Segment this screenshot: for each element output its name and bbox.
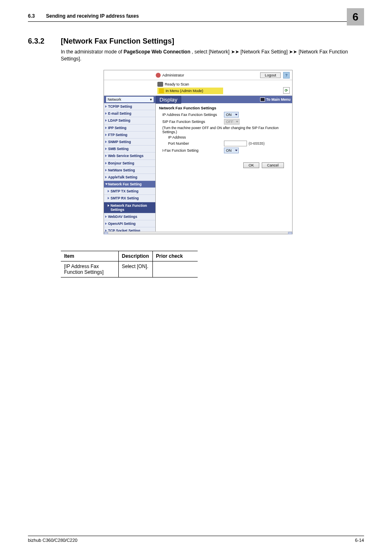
triangle-icon [105,155,107,157]
sidebar-item-label: SMTP TX Setting [111,189,138,193]
panel-title: Network Fax Function Settings [159,106,289,110]
sidebar-item-webdav[interactable]: WebDAV Settings [104,213,155,220]
sidebar-item-tcpsocket[interactable]: TCP Socket Setting [104,227,155,231]
triangle-icon [105,141,107,143]
page-footer: bizhub C360/C280/C220 6-14 [28,536,364,543]
td-desc: Select [ON]. [118,261,152,278]
admin-label: Administrator [162,73,184,77]
th-desc: Description [118,251,152,261]
sidebar-sub-netfaxfunc[interactable]: Network Fax Function Settings [104,202,155,213]
triangle-icon [105,148,107,150]
triangle-icon [105,162,107,164]
triangle-icon [105,112,107,115]
section-number: 6.3 [28,13,46,19]
scroll-left-icon[interactable] [104,232,108,234]
sidebar-item-label: Network Fax Function Settings [111,204,147,212]
admin-indicator: Administrator [156,73,184,78]
ok-button[interactable]: OK [243,162,259,168]
embedded-screenshot: Administrator Logout ? Ready to Scan In … [104,70,293,234]
sidebar-item-label: TCP Socket Setting [108,229,140,231]
label-sip-fax: SIP Fax Function Settings [162,120,224,124]
sidebar-item-label: AppleTalk Setting [108,175,137,179]
sidebar-sub-smtprx[interactable]: SMTP RX Setting [104,195,155,202]
status-menu: In Menu (Admin Mode) [166,89,203,93]
help-icon[interactable]: ? [283,72,290,79]
triangle-icon [105,119,107,122]
port-hint: (0-65535) [249,141,265,146]
triangle-icon [105,134,107,136]
td-item: [IP Address Fax Function Settings] [61,261,118,278]
refresh-button[interactable]: ⟳ [283,87,290,94]
label-ip-addr-fax: IP Address Fax Function Settings [162,113,224,117]
intro-mid2: [Network Fax Setting] [240,49,289,55]
sidebar-item-tcpip[interactable]: TCP/IP Setting [104,103,155,110]
chevron-down-icon: ▾ [150,97,152,102]
sidebar-sub-smtptx[interactable]: SMTP TX Setting [104,188,155,195]
intro-paragraph: In the administrator mode of PageScope W… [61,49,364,63]
label-ip-address: IP Address [162,135,224,139]
sidebar-item-ldap[interactable]: LDAP Setting [104,117,155,124]
sidebar-item-label: FTP Setting [108,133,127,137]
select-ifax[interactable]: ON [224,148,239,153]
cancel-button[interactable]: Cancel [262,162,284,168]
td-prior [152,261,198,278]
status-ready: Ready to Scan [165,82,189,86]
sidebar-item-label: NetWare Setting [108,168,135,172]
sidebar-item-openapi[interactable]: OpenAPI Setting [104,220,155,227]
main-panel: Network Fax Function Settings IP Address… [156,103,292,231]
sidebar-item-webservice[interactable]: Web Service Settings [104,153,155,160]
scroll-right-icon[interactable] [288,232,292,234]
sip-note: (Turn the machine power OFF and ON after… [159,126,289,134]
sidebar-item-label: LDAP Setting [108,118,130,123]
triangle-icon [105,215,107,218]
category-select[interactable]: Network ▾ [106,96,154,103]
sidebar-item-label: WebDAV Settings [108,215,137,219]
page-header: 6.3 Sending and receiving IP address fax… [28,13,364,19]
sidebar-item-label: TCP/IP Setting [108,104,132,109]
horizontal-scrollbar[interactable] [104,231,292,234]
triangle-icon [108,190,109,192]
input-port-number[interactable] [224,141,247,146]
table-row: [IP Address Fax Function Settings] Selec… [61,261,198,278]
display-button[interactable]: Display [156,96,181,104]
sidebar-item-label: E-mail Setting [108,111,131,116]
ss-status-area: Ready to Scan In Menu (Admin Mode) ⟳ [104,80,292,96]
triangle-icon [105,176,107,178]
intro-mid1: , select [Network] [192,49,231,55]
sidebar-item-label: SMB Setting [108,147,129,151]
sidebar-item-label: IPP Setting [108,126,127,130]
triangle-icon [105,127,107,129]
section-title: Sending and receiving IP address faxes [46,13,139,19]
chapter-badge: 6 [347,8,364,25]
sidebar-item-smb[interactable]: SMB Setting [104,146,155,153]
sidebar-item-networkfax[interactable]: Network Fax Setting [104,181,155,188]
sidebar-item-ipp[interactable]: IPP Setting [104,125,155,132]
sidebar-item-label: Network Fax Setting [108,182,142,186]
sidebar-item-snmp[interactable]: SNMP Setting [104,139,155,146]
sidebar-item-bonjour[interactable]: Bonjour Setting [104,160,155,167]
sidebar-item-netware[interactable]: NetWare Setting [104,167,155,174]
select-ip-addr-fax[interactable]: ON [224,112,239,118]
arrow-icon: ➤➤ [231,49,239,55]
sidebar-item-label: OpenAPI Setting [108,222,136,226]
description-table: Item Description Prior check [IP Address… [61,251,198,278]
subsection-heading: 6.3.2 [Network Fax Function Settings] [28,37,364,46]
logout-button[interactable]: Logout [260,72,281,78]
th-prior: Prior check [152,251,198,261]
person-icon [156,73,161,78]
warning-icon [159,88,164,93]
triangle-icon [108,197,109,199]
subsection-title: [Network Fax Function Settings] [61,37,174,46]
printer-icon [157,82,163,87]
to-main-menu-link[interactable]: To Main Menu [260,97,291,102]
sidebar-item-appletalk[interactable]: AppleTalk Setting [104,174,155,181]
sidebar-nav: TCP/IP Setting E-mail Setting LDAP Setti… [104,103,156,231]
sidebar-item-email[interactable]: E-mail Setting [104,110,155,117]
th-item: Item [61,251,118,261]
menu-icon [260,97,265,102]
label-ifax: I-Fax Function Setting [162,148,224,153]
sidebar-item-ftp[interactable]: FTP Setting [104,132,155,139]
ss-toolbar: Network ▾ Display To Main Menu [104,96,292,103]
triangle-icon [105,222,107,225]
footer-model: bizhub C360/C280/C220 [28,538,77,543]
